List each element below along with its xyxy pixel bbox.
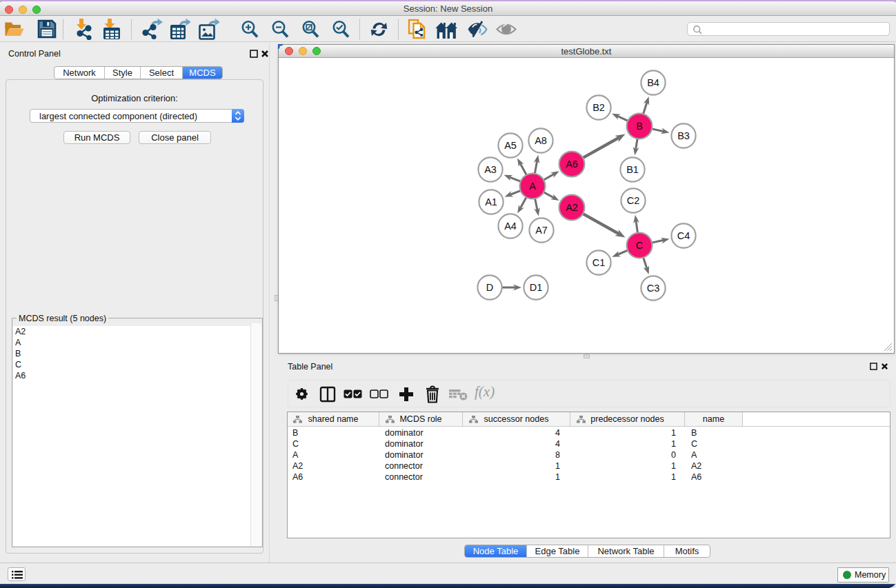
svg-text:A2: A2 xyxy=(566,202,578,213)
svg-text:B3: B3 xyxy=(677,130,690,141)
svg-text:A1: A1 xyxy=(485,196,497,207)
svg-text:D1: D1 xyxy=(530,282,543,293)
svg-text:A8: A8 xyxy=(535,135,547,146)
svg-text:C3: C3 xyxy=(647,283,660,294)
svg-text:B1: B1 xyxy=(626,164,639,175)
svg-text:B4: B4 xyxy=(647,77,659,88)
svg-text:B: B xyxy=(636,121,643,132)
svg-text:D: D xyxy=(486,282,493,293)
svg-text:A: A xyxy=(529,181,536,192)
svg-text:B2: B2 xyxy=(593,102,605,113)
svg-text:A7: A7 xyxy=(535,225,548,236)
svg-text:C1: C1 xyxy=(593,257,606,268)
svg-text:A3: A3 xyxy=(484,164,497,175)
svg-text:C4: C4 xyxy=(677,230,690,241)
svg-text:A4: A4 xyxy=(504,221,517,232)
svg-text:A5: A5 xyxy=(504,140,517,151)
svg-text:C: C xyxy=(636,240,643,251)
svg-text:A6: A6 xyxy=(566,159,578,170)
svg-text:C2: C2 xyxy=(627,195,640,206)
